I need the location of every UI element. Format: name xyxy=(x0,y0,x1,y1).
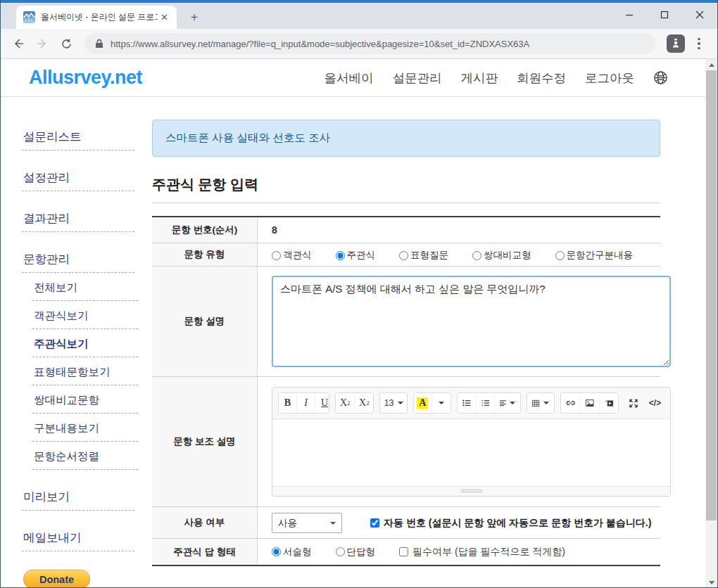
rich-text-editor: B I U X2 X2 13 xyxy=(272,387,671,497)
subscript-icon[interactable]: X2 xyxy=(355,393,373,413)
sidebar-item-results[interactable]: 결과관리 xyxy=(22,208,134,232)
nav-item-survey-manage[interactable]: 설문관리 xyxy=(393,70,442,87)
page-scrollbar[interactable] xyxy=(705,59,717,588)
tab-title: 올서베이넷 - 온라인 설문 프로그 xyxy=(41,11,158,23)
forward-icon[interactable] xyxy=(32,33,53,54)
bold-icon[interactable]: B xyxy=(279,393,297,413)
question-number-label: 문항 번호(순서) xyxy=(152,217,258,243)
profile-icon[interactable] xyxy=(667,34,685,53)
padlock-icon xyxy=(95,39,103,49)
donate-button[interactable]: Donate xyxy=(23,570,90,588)
sidebar: 설문리스트 설정관리 결과관리 문항관리 전체보기 객관식보기 주관식보기 표형… xyxy=(22,127,143,588)
new-tab-icon[interactable]: ＋ xyxy=(185,7,203,25)
nav-item-logout[interactable]: 로그아웃 xyxy=(585,70,634,87)
menu-dots-icon[interactable] xyxy=(691,38,707,50)
page-content: Allusrvey.net 올서베이 설문관리 게시판 회원수정 로그아웃 xyxy=(1,59,717,588)
sidebar-item-view-subjective[interactable]: 주관식보기 xyxy=(32,334,138,357)
browser-tab[interactable]: 올서베이넷 - 온라인 설문 프로그 ✕ xyxy=(16,6,177,29)
back-icon[interactable] xyxy=(8,33,29,54)
radio-essay-type[interactable]: 서술형 xyxy=(272,546,312,558)
refresh-icon[interactable] xyxy=(56,33,77,54)
nav-item-allsurvey[interactable]: 올서베이 xyxy=(325,70,374,87)
aux-description-input[interactable] xyxy=(272,419,670,486)
editor-resize-grip[interactable] xyxy=(272,486,670,496)
link-icon[interactable] xyxy=(561,393,581,413)
title-divider xyxy=(152,203,660,203)
unordered-list-icon[interactable] xyxy=(458,393,477,413)
window-controls xyxy=(612,3,717,26)
row-aux-description: 문항 보조 설명 B I U X2 X2 xyxy=(152,377,660,507)
sidebar-item-view-all[interactable]: 전체보기 xyxy=(32,278,138,301)
question-description-input[interactable]: 스마트폰 A/S 정책에 대해서 하고 싶은 말은 무엇입니까? xyxy=(272,276,671,367)
radio-subjective[interactable]: 주관식 xyxy=(336,249,376,262)
favicon-chart-icon xyxy=(23,11,35,23)
ordered-list-icon[interactable] xyxy=(477,393,496,413)
superscript-icon[interactable]: X2 xyxy=(336,393,355,413)
sidebar-item-pairwise[interactable]: 쌍대비교문항 xyxy=(32,390,138,414)
question-type-label: 문항 유형 xyxy=(152,243,258,266)
globe-icon[interactable] xyxy=(653,70,668,85)
use-status-select[interactable]: 사용 xyxy=(272,513,342,533)
paragraph-align-icon[interactable] xyxy=(495,393,520,413)
font-size-dropdown[interactable]: 13 xyxy=(380,393,406,413)
minimize-icon[interactable] xyxy=(612,3,647,26)
underline-icon[interactable]: U xyxy=(315,393,329,413)
codeview-icon[interactable]: </> xyxy=(645,393,665,413)
address-bar[interactable]: https://www.allsurvey.net/manage/?file=q… xyxy=(85,33,655,54)
required-checkbox[interactable]: 필수여부 (답을 필수적으로 적게함) xyxy=(399,546,565,558)
radio-short-answer-type[interactable]: 단답형 xyxy=(336,546,376,558)
site-header: Allusrvey.net 올서베이 설문관리 게시판 회원수정 로그아웃 xyxy=(1,59,717,97)
radio-pairwise[interactable]: 쌍대비교형 xyxy=(472,249,531,262)
radio-objective[interactable]: 객관식 xyxy=(272,249,312,262)
survey-title-banner: 스마트폰 사용 실태와 선호도 조사 xyxy=(152,120,660,157)
maximize-icon[interactable] xyxy=(647,3,682,26)
sidebar-item-view-section[interactable]: 구분내용보기 xyxy=(32,418,138,442)
scroll-down-icon[interactable] xyxy=(705,577,717,588)
scrollbar-thumb[interactable] xyxy=(706,70,717,520)
tab-close-icon[interactable]: ✕ xyxy=(158,12,171,23)
aux-description-label: 문항 보조 설명 xyxy=(152,377,258,506)
video-icon[interactable] xyxy=(600,393,618,413)
italic-icon[interactable]: I xyxy=(297,393,315,413)
sidebar-item-view-objective[interactable]: 객관식보기 xyxy=(32,306,138,329)
browser-window: 올서베이넷 - 온라인 설문 프로그 ✕ ＋ xyxy=(0,0,718,588)
row-question-description: 문항 설명 스마트폰 A/S 정책에 대해서 하고 싶은 말은 무엇입니까? xyxy=(152,267,660,377)
row-question-number: 문항 번호(순서) 8 xyxy=(152,217,660,243)
picture-icon[interactable] xyxy=(581,393,600,413)
sidebar-item-send-mail[interactable]: 메일보내기 xyxy=(22,528,134,551)
editor-toolbar: B I U X2 X2 13 xyxy=(272,388,670,419)
table-icon[interactable] xyxy=(527,393,553,413)
question-form: 문항 번호(순서) 8 문항 유형 객관식 주관식 xyxy=(152,216,660,566)
site-nav: 올서베이 설문관리 게시판 회원수정 로그아웃 xyxy=(325,70,669,87)
question-description-label: 문항 설명 xyxy=(152,267,258,376)
sidebar-item-view-table-type[interactable]: 표형태문항보기 xyxy=(32,362,138,385)
use-status-label: 사용 여부 xyxy=(152,507,258,538)
font-color-icon[interactable]: A xyxy=(414,393,432,413)
url-text: https://www.allsurvey.net/manage/?file=q… xyxy=(111,39,529,49)
scroll-up-icon[interactable] xyxy=(705,59,717,70)
radio-table-question[interactable]: 표형질문 xyxy=(399,249,448,262)
question-number-value: 8 xyxy=(272,224,277,236)
auto-number-checkbox[interactable]: 자동 번호 (설문시 문항 앞에 자동으로 문항 번호가 붙습니다.) xyxy=(370,517,651,530)
nav-item-edit-member[interactable]: 회원수정 xyxy=(517,70,566,87)
sidebar-item-survey-list[interactable]: 설문리스트 xyxy=(22,127,134,151)
page-title: 주관식 문항 입력 xyxy=(152,175,660,194)
row-answer-type: 주관식 답 형태 서술형 단답형 필수여부 (답을 필수적으로 적게함) xyxy=(152,539,660,565)
main-panel: 스마트폰 사용 실태와 선호도 조사 주관식 문항 입력 문항 번호(순서) 8… xyxy=(152,120,660,588)
radio-section-content[interactable]: 문항간구분내용 xyxy=(555,249,634,262)
fullscreen-icon[interactable] xyxy=(624,393,643,413)
close-icon[interactable] xyxy=(682,3,717,26)
browser-toolbar: https://www.allsurvey.net/manage/?file=q… xyxy=(1,29,717,59)
sidebar-item-settings[interactable]: 설정관리 xyxy=(22,167,134,191)
row-use-status: 사용 여부 사용 자동 번호 (설문시 문항 앞에 자동으로 문항 번호가 붙습… xyxy=(152,507,660,539)
sidebar-item-questions[interactable]: 문항관리 xyxy=(22,249,134,273)
sidebar-item-question-order[interactable]: 문항순서정렬 xyxy=(32,447,138,470)
sidebar-item-preview[interactable]: 미리보기 xyxy=(22,487,134,511)
site-logo[interactable]: Allusrvey.net xyxy=(29,67,142,89)
answer-type-label: 주관식 답 형태 xyxy=(152,539,258,565)
row-question-type: 문항 유형 객관식 주관식 표형질문 쌍대 xyxy=(152,243,660,267)
font-color-dropdown-icon[interactable] xyxy=(432,393,451,413)
nav-item-board[interactable]: 게시판 xyxy=(461,70,498,87)
tab-strip: 올서베이넷 - 온라인 설문 프로그 ✕ ＋ xyxy=(1,3,717,29)
